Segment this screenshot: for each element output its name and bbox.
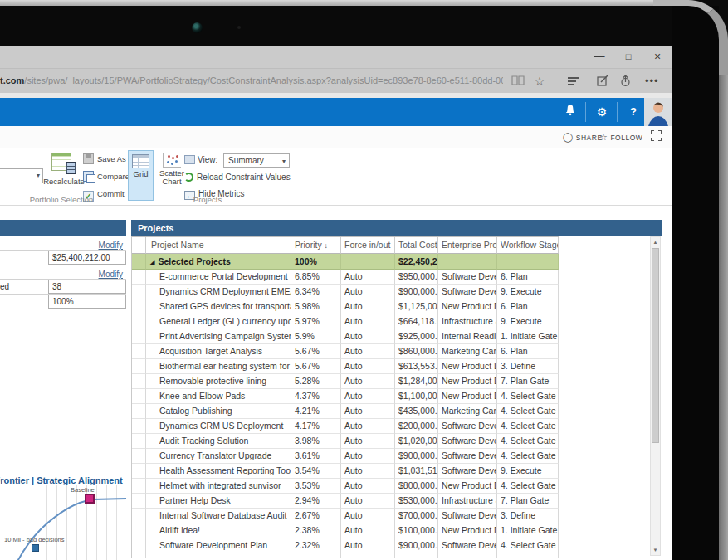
cell-enterprise-type: Internal Readine	[438, 329, 497, 344]
cell-enterprise-type: Infrastructure &	[438, 314, 497, 329]
table-row[interactable]: Biothermal ear heating system for helm 5…	[132, 359, 559, 374]
reading-view-icon[interactable]	[511, 75, 526, 88]
table-row[interactable]: Dynamics CRM US Deployment 4.17% Auto $2…	[132, 419, 559, 434]
row-selector-cell[interactable]	[132, 523, 146, 538]
group-label-projects: Projects	[126, 195, 289, 204]
row-selector-cell[interactable]	[132, 285, 146, 299]
table-row[interactable]: Helmet with integrated sunvisor 3.53% Au…	[132, 479, 559, 494]
share-page-icon[interactable]	[619, 75, 634, 88]
grid-vertical-scrollbar[interactable]: ▲ ▼	[650, 236, 661, 556]
cell-priority: 4.37%	[291, 389, 341, 404]
table-row[interactable]: Airlift idea! 2.38% Auto $100,000.00 New…	[132, 523, 559, 538]
cost-limit-field[interactable]: $25,400,212.00	[48, 251, 126, 265]
tab-efficient-frontier[interactable]: Efficient Frontier	[0, 475, 29, 485]
table-row[interactable]: Acquisition Target Analysis 5.67% Auto $…	[132, 344, 559, 359]
cell-enterprise-type: Software Develo	[438, 464, 497, 479]
column-header-priority[interactable]: Priority ↓	[291, 237, 341, 254]
scroll-up-arrow[interactable]: ▲	[651, 237, 660, 247]
browser-address-bar[interactable]: t.com/sites/pwa/_layouts/15/PWA/Portfoli…	[0, 68, 672, 93]
row-selector-cell[interactable]	[132, 509, 146, 523]
row-selector-cell[interactable]	[132, 359, 146, 374]
row-selector-cell[interactable]	[132, 404, 146, 419]
table-row[interactable]: Dynamics CRM Deployment EMEA 6.34% Auto …	[132, 285, 559, 299]
row-selector-cell[interactable]	[132, 329, 146, 344]
notifications-bell-icon[interactable]	[558, 104, 583, 120]
user-avatar[interactable]	[644, 98, 672, 126]
recalculate-button[interactable]: Recalculate	[42, 151, 86, 199]
table-row[interactable]: General Ledger (GL) currency update 5.97…	[132, 314, 559, 329]
view-dropdown[interactable]: Summary▾	[223, 153, 290, 168]
save-as-button[interactable]: Save As	[83, 153, 126, 167]
row-selector-cell[interactable]	[132, 374, 146, 389]
settings-gear-icon[interactable]: ⚙	[589, 104, 614, 120]
baseline-scenario-point[interactable]	[85, 494, 95, 504]
table-row[interactable]: Internal Software Database Audit 2.67% A…	[132, 509, 559, 523]
help-icon[interactable]: ?	[621, 104, 646, 120]
table-row[interactable]: Catalog Publishing 4.21% Auto $435,000.0…	[132, 404, 559, 419]
table-row[interactable]: Currency Translator Upgrade 3.61% Auto $…	[132, 449, 559, 464]
constraints-panel-header	[0, 220, 126, 236]
url-text[interactable]: t.com/sites/pwa/_layouts/15/PWA/Portfoli…	[0, 75, 503, 85]
column-header-enterprise[interactable]: Enterprise Proje	[438, 237, 497, 254]
cell-total-cost: $664,118.00	[395, 314, 438, 329]
cell-force: Auto	[341, 285, 395, 299]
window-maximize-button[interactable]: □	[615, 47, 642, 66]
cell-enterprise-type: Marketing Camp	[438, 404, 497, 419]
selected-projects-group-row[interactable]: ◢Selected Projects 100% $22,450,212	[132, 254, 559, 270]
scrollbar-thumb[interactable]	[652, 248, 659, 443]
scroll-down-arrow[interactable]: ▼	[651, 545, 660, 555]
cell-total-cost: $613,553.00	[395, 359, 438, 374]
row-selector-cell[interactable]	[132, 449, 146, 464]
make-web-note-icon[interactable]	[597, 75, 612, 88]
table-row[interactable]: Shared GPS devices for transportation 5.…	[132, 299, 559, 314]
table-row[interactable]: Partner Help Desk 2.94% Auto $530,000.00…	[132, 494, 559, 509]
cell-force: Auto	[341, 434, 395, 449]
table-row[interactable]: E-commerce Portal Development 6.85% Auto…	[132, 270, 559, 285]
table-row[interactable]: Audit Tracking Solution 3.98% Auto $1,02…	[132, 434, 559, 449]
field-row: $25,400,212.00	[0, 251, 126, 265]
cell-force: Auto	[341, 314, 395, 329]
cell-priority: 5.97%	[291, 314, 341, 329]
column-header-project-name[interactable]: Project Name	[146, 237, 291, 254]
column-header-force[interactable]: Force in/out	[341, 237, 395, 254]
row-selector-cell[interactable]	[132, 344, 146, 359]
row-selector-cell[interactable]	[132, 419, 146, 434]
compare-button[interactable]: Compare	[83, 170, 129, 184]
follow-star-icon: ☆	[599, 132, 608, 142]
grid-toggle-button[interactable]: Grid	[128, 150, 154, 201]
table-row[interactable]: Knee and Elbow Pads 4.37% Auto $1,100,00…	[132, 389, 559, 404]
table-row[interactable]: Health Assessment Reporting Tool 3.54% A…	[132, 464, 559, 479]
cell-workflow-stage: 4. Select Gate	[497, 404, 559, 419]
scatter-chart-button[interactable]: ScatterChart	[157, 150, 187, 201]
grid-partial-row	[132, 553, 559, 558]
window-minimize-button[interactable]: —	[586, 47, 613, 66]
more-actions-icon[interactable]: •••	[645, 75, 660, 88]
scatter-chart-icon	[163, 153, 181, 168]
collapse-triangle-icon[interactable]: ◢	[150, 259, 154, 265]
hub-icon[interactable]	[568, 75, 583, 88]
table-row[interactable]: Removable protective lining 5.28% Auto $…	[132, 374, 559, 389]
row-selector-cell[interactable]	[132, 494, 146, 509]
cell-project-name: Shared GPS devices for transportation	[146, 299, 291, 314]
reload-constraint-values-button[interactable]: Reload Constraint Values	[184, 171, 291, 185]
row-selector-cell[interactable]	[132, 270, 146, 285]
row-selector-cell[interactable]	[132, 299, 146, 314]
focus-mode-icon[interactable]	[651, 130, 662, 141]
row-selector-cell[interactable]	[132, 314, 146, 329]
table-row[interactable]: Software Development Plan 2.32% Auto $90…	[132, 538, 559, 553]
follow-button[interactable]: ☆FOLLOW	[599, 131, 642, 143]
column-header-workflow[interactable]: Workflow Stage	[497, 237, 559, 254]
share-button[interactable]: ◯SHARE	[563, 131, 603, 143]
row-selector-cell[interactable]	[132, 479, 146, 494]
cell-force: Auto	[341, 479, 395, 494]
bad-decisions-scenario-point[interactable]	[32, 544, 39, 552]
row-selector-cell[interactable]	[132, 389, 146, 404]
portfolio-scenario-combobox[interactable]: ▾	[0, 168, 43, 183]
table-row[interactable]: Print Advertising Campaign System 5.9% A…	[132, 329, 559, 344]
column-header-total-cost[interactable]: Total Cost	[395, 237, 438, 254]
row-selector-cell[interactable]	[132, 434, 146, 449]
add-favorite-star-icon[interactable]: ☆	[532, 75, 547, 88]
row-selector-cell[interactable]	[132, 464, 146, 479]
tab-strategic-alignment[interactable]: Strategic Alignment	[37, 475, 123, 485]
row-selector-cell[interactable]	[132, 538, 146, 553]
